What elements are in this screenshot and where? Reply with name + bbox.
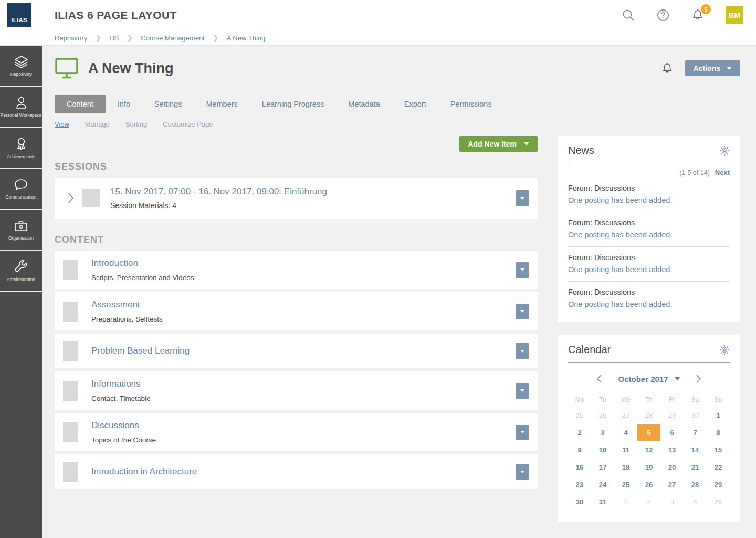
calendar-day[interactable]: 29 [707,476,730,493]
calendar-day[interactable]: 9 [568,441,591,459]
calendar-day[interactable]: 22 [707,459,730,476]
news-posting-link[interactable]: One posting has beend added. [568,265,730,274]
calendar-day[interactable]: 19 [637,459,660,476]
calendar-day[interactable]: 2 [568,424,591,441]
news-posting-link[interactable]: One posting has beend added. [568,300,730,308]
tab-permissions[interactable]: Permissions [438,95,504,113]
calendar-day[interactable]: 3 [660,493,684,511]
calendar-day[interactable]: 27 [660,476,684,493]
calendar-day[interactable]: 10 [591,441,614,459]
calendar-day[interactable]: 20 [660,459,684,476]
item-title-link[interactable]: Problem Based Learning [91,346,516,356]
calendar-day[interactable]: 25 [614,476,637,493]
tab-settings[interactable]: Settings [142,95,194,113]
tab-content[interactable]: Content [55,95,106,113]
item-actions-dropdown-button[interactable] [516,262,529,278]
item-title-link[interactable]: Introduction in Architecture [91,467,516,477]
calendar-day[interactable]: 13 [660,441,684,459]
subtab-view[interactable]: View [55,120,69,128]
calendar-day[interactable]: 25 [568,407,591,424]
add-new-item-button[interactable]: Add New Item [459,136,538,152]
item-actions-dropdown-button[interactable] [516,464,529,480]
calendar-day[interactable]: 26 [591,407,614,424]
news-posting-link[interactable]: One posting has beend added. [568,231,730,239]
gear-icon[interactable] [719,345,730,355]
tab-learning-progress[interactable]: Learning Progress [250,95,337,113]
item-thumbnail [63,260,78,280]
breadcrumb-current-page[interactable]: A New Thing [227,34,265,42]
calendar-next-month-icon[interactable] [696,374,701,384]
search-icon[interactable] [622,8,635,22]
calendar-day[interactable]: 30 [568,493,591,511]
calendar-day[interactable]: 1 [707,407,730,424]
calendar-day[interactable]: 3 [591,424,614,441]
item-actions-dropdown-button[interactable] [516,425,529,440]
item-title-link[interactable]: Introduction [91,258,516,268]
calendar-day[interactable]: 4 [614,424,637,441]
object-bell-icon[interactable] [661,62,674,75]
calendar-day[interactable]: 17 [591,459,614,476]
item-title-link[interactable]: Assessment [91,299,516,310]
calendar-day[interactable]: 28 [684,476,707,493]
calendar-day[interactable]: 21 [684,459,707,476]
calendar-day[interactable]: 4 [684,493,707,511]
sidebar-item-personal-workspace[interactable]: Personal Workspace [0,87,42,128]
calendar-day[interactable]: 7 [684,424,707,441]
tab-metadata[interactable]: Metadata [336,95,392,113]
calendar-day[interactable]: 2 [637,493,660,511]
notification-badge[interactable]: 5 [701,4,711,14]
calendar-day[interactable]: 23 [568,476,591,493]
breadcrumb-repository[interactable]: Repository [55,34,87,42]
calendar-day[interactable]: 27 [614,407,637,424]
expand-chevron-icon[interactable] [67,192,75,204]
calendar-day[interactable]: 11 [614,441,637,459]
calendar-day[interactable]: 15 [707,441,730,459]
sidebar-item-organisation[interactable]: Organisation [0,210,42,251]
help-icon[interactable] [656,8,670,22]
calendar-day[interactable]: 29 [660,407,684,424]
calendar-month-selector[interactable]: October 2017 [618,375,679,384]
subtab-manage[interactable]: Manage [85,120,110,128]
calendar-day[interactable]: 16 [568,459,591,476]
item-title-link[interactable]: Informations [91,379,516,389]
calendar-day[interactable]: 28 [637,407,660,424]
calendar-day[interactable]: 1 [614,493,637,511]
item-actions-dropdown-button[interactable] [516,383,529,399]
item-actions-dropdown-button[interactable] [516,304,529,319]
caret-down-icon [520,268,524,271]
sidebar-item-achievements[interactable]: Achievements [0,128,42,169]
calendar-day[interactable]: 29 [707,493,730,511]
calendar-day[interactable]: 8 [707,424,730,441]
calendar-day[interactable]: 26 [637,476,660,493]
session-actions-dropdown-button[interactable] [516,190,529,206]
calendar-day[interactable]: 18 [614,459,637,476]
news-next-link[interactable]: Next [715,169,730,177]
calendar-day[interactable]: 6 [660,424,684,441]
tab-export[interactable]: Export [392,95,438,113]
tab-info[interactable]: Info [106,95,142,113]
calendar-day[interactable]: 30 [684,407,707,424]
tab-members[interactable]: Members [194,95,249,113]
item-title-link[interactable]: Discussions [91,420,516,431]
gear-icon[interactable] [719,146,730,156]
sidebar-item-communication[interactable]: Communication [0,169,42,210]
subtab-sorting[interactable]: Sorting [125,120,147,128]
calendar-day[interactable]: 31 [591,493,614,511]
breadcrumb-course-management[interactable]: Course Management [141,34,204,42]
calendar-day[interactable]: 12 [637,441,660,459]
subtab-customize-page[interactable]: Customize Page [163,120,213,128]
sidebar-item-repository[interactable]: Repository [0,46,42,87]
calendar-day-selected[interactable]: 5 [637,424,660,441]
sidebar-item-administration[interactable]: Administration [0,251,42,292]
avatar[interactable]: BM [726,6,743,24]
calendar-day[interactable]: 14 [684,441,707,459]
news-posting-link[interactable]: One posting has beend added. [568,196,730,204]
ilias-logo[interactable]: ILIAS [7,3,31,27]
briefcase-icon [14,219,28,232]
breadcrumb-hs[interactable]: HS [109,34,119,42]
item-actions-dropdown-button[interactable] [516,343,529,359]
session-title-link[interactable]: 15. Nov 2017, 07:00 - 16. Nov 2017, 09:0… [110,187,516,197]
calendar-day[interactable]: 24 [591,476,614,493]
calendar-prev-month-icon[interactable] [596,374,602,384]
actions-button[interactable]: Actions [685,60,740,76]
